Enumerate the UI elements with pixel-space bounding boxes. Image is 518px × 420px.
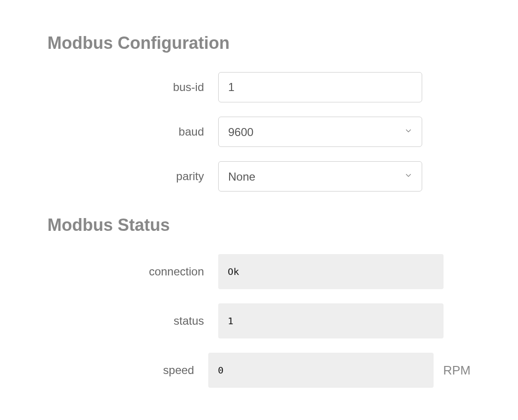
status-field-label: status [47,314,218,328]
connection-value: Ok [218,254,444,289]
speed-label: speed [47,364,208,377]
connection-row: connection Ok [47,254,471,289]
baud-label: baud [47,125,218,138]
config-heading: Modbus Configuration [47,33,471,53]
bus-id-label: bus-id [47,81,218,94]
speed-unit: RPM [443,363,471,378]
status-heading: Modbus Status [47,215,471,235]
speed-row: speed 0 RPM [47,353,471,388]
baud-select[interactable]: 9600 [218,117,422,147]
parity-label: parity [47,170,218,183]
bus-id-input[interactable] [218,72,422,102]
connection-label: connection [47,265,218,278]
parity-row: parity None [47,161,471,192]
status-field-row: status 1 [47,303,471,338]
speed-value: 0 [208,353,434,388]
status-field-value: 1 [218,303,444,338]
bus-id-row: bus-id [47,72,471,102]
parity-select[interactable]: None [218,161,422,192]
baud-row: baud 9600 [47,117,471,147]
